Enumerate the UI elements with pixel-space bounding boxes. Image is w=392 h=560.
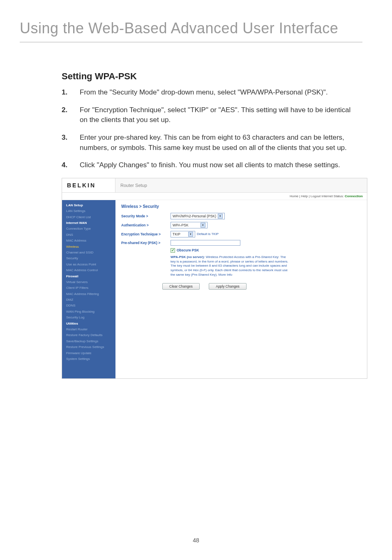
encryption-technique-select[interactable]: TKIP ▾	[171, 231, 195, 237]
sidebar-item[interactable]: Save/Backup Settings	[62, 339, 115, 344]
topnav-links[interactable]: Home | Help | Logout Internet Status:	[290, 194, 344, 198]
sidebar-item[interactable]: Internet WAN	[62, 220, 115, 226]
step-item: 2.For "Encryption Technique", select "TK…	[62, 105, 355, 125]
internet-status-value: Connection	[345, 194, 363, 198]
encryption-default-note: Default is TKIP	[197, 232, 219, 236]
step-number: 3.	[62, 133, 67, 143]
chevron-down-icon: ▾	[218, 214, 223, 219]
sidebar-item[interactable]: Restore Factory Defaults	[62, 332, 115, 338]
sidebar-item[interactable]: Firmware Update	[62, 350, 115, 356]
sidebar-item[interactable]: System Settings	[62, 356, 115, 362]
brand-logo: BELKIN	[62, 178, 115, 192]
sidebar-item[interactable]: Security	[62, 256, 115, 261]
page-number: 48	[0, 537, 392, 544]
obscure-psk-checkbox[interactable]: ✓	[171, 248, 175, 253]
router-header: BELKIN Router Setup	[62, 178, 367, 193]
security-mode-value: WPA/WPA2-Personal (PSK)	[173, 214, 216, 218]
sidebar-item[interactable]: MAC Address Control	[62, 267, 115, 273]
router-main: Wireless > Security Security Mode > WPA/…	[115, 200, 367, 379]
router-topnav[interactable]: Home | Help | Logout Internet Status: Co…	[62, 193, 367, 200]
psk-description: WPA-PSK (no server): Wireless Protected …	[171, 255, 290, 277]
sidebar-item[interactable]: Virtual Servers	[62, 279, 115, 285]
security-mode-select[interactable]: WPA/WPA2-Personal (PSK) ▾	[171, 213, 225, 219]
sidebar-item[interactable]: MAC Address Filtering	[62, 291, 115, 297]
step-number: 2.	[62, 105, 67, 115]
sidebar-item[interactable]: Firewall	[62, 274, 115, 279]
psk-input[interactable]	[171, 240, 240, 246]
step-text: From the "Security Mode" drop-down menu,…	[80, 88, 328, 96]
sidebar-item[interactable]: DHCP Client List	[62, 214, 115, 220]
authentication-label: Authentication >	[121, 223, 171, 227]
sidebar-item[interactable]: Wireless	[62, 244, 115, 250]
steps-list: 1.From the "Security Mode" drop-down men…	[62, 88, 355, 171]
step-number: 1.	[62, 88, 67, 98]
encryption-technique-value: TKIP	[173, 232, 180, 236]
psk-label: Pre-shared Key (PSK) >	[121, 241, 171, 245]
sidebar-item[interactable]: Restore Previous Settings	[62, 344, 115, 350]
router-sidebar: LAN SetupLAN SettingsDHCP Client ListInt…	[62, 200, 115, 379]
sidebar-item[interactable]: WAN Ping Blocking	[62, 309, 115, 315]
security-mode-label: Security Mode >	[121, 214, 171, 218]
sidebar-item[interactable]: DMZ	[62, 297, 115, 303]
step-number: 4.	[62, 160, 67, 171]
router-setup-label: Router Setup	[115, 179, 367, 191]
sidebar-item[interactable]: DNS	[62, 232, 115, 238]
sidebar-item[interactable]: Security Log	[62, 315, 115, 320]
step-item: 1.From the "Security Mode" drop-down men…	[62, 88, 355, 98]
apply-changes-button[interactable]: Apply Changes	[209, 283, 247, 290]
step-item: 3.Enter your pre-shared key. This can be…	[62, 133, 355, 153]
sidebar-item[interactable]: DDNS	[62, 303, 115, 309]
clear-changes-button[interactable]: Clear Changes	[162, 283, 200, 290]
page-title: Using the Web-Based Advanced User Interf…	[0, 0, 392, 42]
authentication-select[interactable]: WPA-PSK ▾	[171, 222, 208, 228]
encryption-technique-label: Encryption Technique >	[121, 232, 171, 236]
chevron-down-icon: ▾	[188, 232, 193, 237]
router-screenshot: BELKIN Router Setup Home | Help | Logout…	[62, 178, 367, 379]
step-text: For "Encryption Technique", select "TKIP…	[80, 106, 350, 124]
sidebar-item[interactable]: Channel and SSID	[62, 250, 115, 256]
sidebar-item[interactable]: Utilities	[62, 321, 115, 327]
section-title: Setting WPA-PSK	[62, 71, 355, 82]
step-text: Click "Apply Changes" to finish. You mus…	[80, 161, 340, 169]
obscure-psk-label: Obscure PSK	[177, 248, 199, 252]
authentication-value: WPA-PSK	[173, 223, 189, 227]
breadcrumb: Wireless > Security	[121, 204, 361, 209]
step-text: Enter your pre-shared key. This can be f…	[80, 134, 347, 152]
sidebar-item[interactable]: LAN Setup	[62, 203, 115, 208]
sidebar-item[interactable]: Connection Type	[62, 226, 115, 232]
sidebar-item[interactable]: Use as Access Point	[62, 262, 115, 267]
psk-desc-bold: WPA-PSK (no server):	[171, 255, 205, 259]
step-item: 4.Click "Apply Changes" to finish. You m…	[62, 160, 355, 171]
sidebar-item[interactable]: MAC Address	[62, 238, 115, 244]
sidebar-item[interactable]: LAN Settings	[62, 208, 115, 214]
sidebar-item[interactable]: Restart Router	[62, 327, 115, 332]
sidebar-item[interactable]: Client IP Filters	[62, 285, 115, 291]
chevron-down-icon: ▾	[201, 223, 205, 228]
